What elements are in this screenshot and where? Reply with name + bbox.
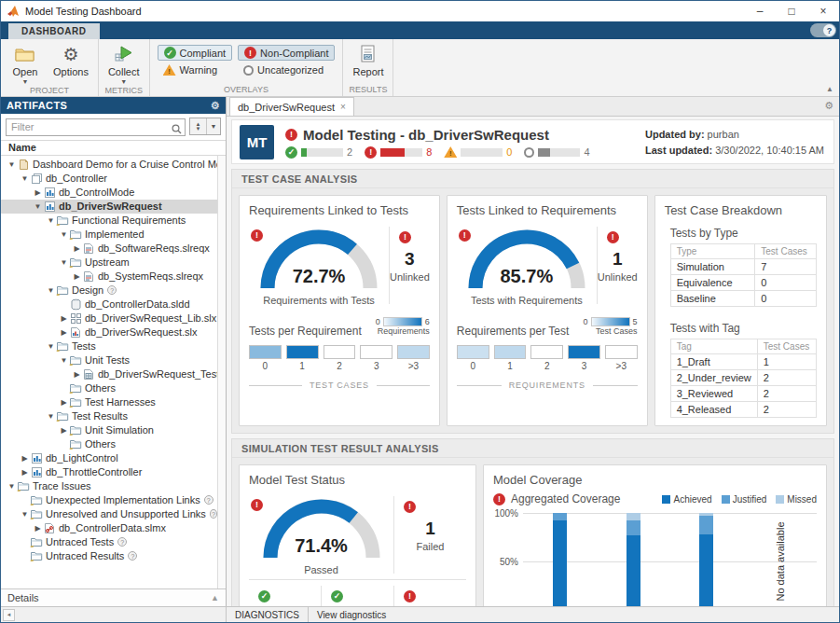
tree-collapsed-icon[interactable]: ▶ <box>72 244 82 253</box>
collapse-ribbon-icon[interactable]: ▲ <box>826 85 833 93</box>
report-button[interactable]: Report <box>347 41 389 77</box>
help-badge-icon[interactable]: ? <box>204 495 213 505</box>
options-button[interactable]: ⚙ Options <box>48 41 94 77</box>
table-row[interactable]: Simulation7 <box>670 259 816 275</box>
tree-expanded-icon[interactable]: ▼ <box>46 342 56 351</box>
tree-row[interactable]: ▶db_DriverSwRequest_Lib.slx <box>1 312 217 325</box>
tree-row[interactable]: ▼Tests <box>1 339 217 353</box>
tree-row[interactable]: ▶db_DriverSwRequest_Tests.mldatx <box>1 367 217 381</box>
tree-row[interactable]: ▶db_ControllerData.slmx <box>1 521 217 535</box>
tree-row[interactable]: ▶db_ControlMode <box>1 186 217 200</box>
tree-row[interactable]: ▼Unresolved and Unsupported Links? <box>1 507 217 521</box>
coverage-column-mcdc[interactable]: No data available <box>743 513 817 606</box>
stat-disabled[interactable]: !1Disabled <box>394 584 466 606</box>
tree-expanded-icon[interactable]: ▼ <box>46 286 56 295</box>
tree-expanded-icon[interactable]: ▼ <box>7 482 17 491</box>
table-row[interactable]: Baseline0 <box>670 291 816 307</box>
tree-row[interactable]: ▼Dashboard Demo for a Cruise Control Mod… <box>1 158 217 172</box>
coverage-column-execution[interactable] <box>523 513 597 606</box>
collect-button[interactable]: Collect ▼ <box>103 41 145 85</box>
uncategorized-toggle[interactable]: Uncategorized <box>238 63 335 76</box>
tests-gauge[interactable]: 85.7%Tests with Requirements! <box>457 225 597 306</box>
stat-untested[interactable]: ✓0Untested <box>322 584 393 606</box>
details-bar[interactable]: Details ▲ <box>1 588 226 606</box>
heatstrip-cell[interactable] <box>568 345 600 359</box>
tree-row[interactable]: ▼Upstream <box>1 256 217 270</box>
panel-gear-icon[interactable]: ⚙ <box>211 100 220 112</box>
table-header[interactable]: Test Cases <box>755 244 817 259</box>
tree-expanded-icon[interactable]: ▼ <box>46 412 56 421</box>
heatstrip-cell[interactable] <box>286 345 319 359</box>
tree-row[interactable]: ▼Test Results <box>1 409 217 423</box>
table-row[interactable]: Equivalence0 <box>670 275 816 291</box>
tree-row[interactable]: ▼Design? <box>1 284 217 298</box>
heatstrip-cell[interactable] <box>530 345 563 359</box>
tests-per-requirement-strip[interactable]: 0123>3 <box>249 345 430 371</box>
tree-row[interactable]: ▶db_ThrottleController <box>1 465 217 479</box>
tree-row[interactable]: ▶db_DriverSwRequest.slx <box>1 325 217 339</box>
tree-row[interactable]: ▼Implemented <box>1 228 217 242</box>
tree-row[interactable]: ▶Unit Simulation <box>1 423 217 437</box>
stat-inconclusive[interactable]: ✓0Inconclusive <box>249 584 321 606</box>
heatstrip-cell[interactable] <box>605 345 638 359</box>
scroll-left-icon[interactable]: ◂ <box>3 609 15 621</box>
tree-collapsed-icon[interactable]: ▶ <box>72 272 82 281</box>
tree-row[interactable]: ▼db_Controller <box>1 172 217 186</box>
tree-collapsed-icon[interactable]: ▶ <box>33 188 43 197</box>
tree-expanded-icon[interactable]: ▼ <box>46 216 56 225</box>
tab-db-driverswrequest[interactable]: db_DriverSwRequest × <box>229 97 354 116</box>
tree-row[interactable]: Others <box>1 381 217 395</box>
view-diagnostics-link[interactable]: View diagnostics <box>309 607 394 622</box>
unlinked-stat[interactable]: !3Unlinked <box>390 225 430 306</box>
table-header[interactable]: Test Cases <box>757 339 816 354</box>
tree-row[interactable]: ▼Unit Tests <box>1 353 217 367</box>
tree-row[interactable]: ▶Test Harnesses <box>1 395 217 409</box>
tree-collapsed-icon[interactable]: ▶ <box>59 426 69 435</box>
requirements-gauge[interactable]: 72.7%Requirements with Tests! <box>249 225 389 306</box>
tree-row[interactable]: Untraced Results? <box>1 549 217 563</box>
tree-collapsed-icon[interactable]: ▶ <box>20 468 30 477</box>
tree-expanded-icon[interactable]: ▼ <box>20 510 30 519</box>
heatstrip-cell[interactable] <box>397 345 430 359</box>
tree-column-header[interactable]: Name <box>1 140 226 156</box>
tree-row[interactable]: db_ControllerData.sldd <box>1 298 217 312</box>
table-header[interactable]: Tag <box>670 339 757 354</box>
close-button[interactable]: × <box>807 1 839 21</box>
tree-expanded-icon[interactable]: ▼ <box>59 230 69 239</box>
heatstrip-cell[interactable] <box>457 345 489 359</box>
heatstrip-cell[interactable] <box>249 345 282 359</box>
failed-stat[interactable]: !1Failed <box>394 494 466 575</box>
table-header[interactable]: Type <box>670 244 755 259</box>
tree-collapsed-icon[interactable]: ▶ <box>33 524 43 533</box>
tree-row[interactable]: ▼Functional Requirements <box>1 214 217 228</box>
tree-row[interactable]: ▼Trace Issues <box>1 479 217 493</box>
tree-row[interactable]: ▶db_SystemReqs.slreqx <box>1 270 217 284</box>
tree-collapsed-icon[interactable]: ▶ <box>20 454 30 463</box>
filter-input[interactable] <box>6 118 186 136</box>
tree-row[interactable]: Others <box>1 437 217 451</box>
table-row[interactable]: 2_Under_review2 <box>670 370 816 386</box>
tree-expanded-icon[interactable]: ▼ <box>59 356 69 365</box>
minimize-button[interactable]: – <box>744 1 776 21</box>
tree-expanded-icon[interactable]: ▼ <box>7 160 17 169</box>
tree-expanded-icon[interactable]: ▼ <box>33 202 43 211</box>
table-row[interactable]: 1_Draft1 <box>670 354 816 370</box>
tab-close-icon[interactable]: × <box>340 102 346 112</box>
tree-row[interactable]: Unexpected Implementation Links? <box>1 493 217 507</box>
tab-dashboard[interactable]: DASHBOARD <box>8 23 100 39</box>
tab-bar-gear-icon[interactable]: ⚙ <box>824 100 833 112</box>
tests-by-type-table[interactable]: TypeTest CasesSimulation7Equivalence0Bas… <box>670 243 817 307</box>
coverage-column-condition[interactable] <box>670 513 744 606</box>
tree-row[interactable]: ▶db_LightControl <box>1 451 217 465</box>
coverage-chart[interactable]: 100%50%0%No data availableExecutionDecis… <box>493 513 817 606</box>
tests-with-tag-table[interactable]: TagTest Cases1_Draft12_Under_review23_Re… <box>670 339 817 418</box>
table-row[interactable]: 4_Released2 <box>670 402 816 418</box>
non-compliant-toggle[interactable]: ! Non-Compliant <box>238 45 335 61</box>
warning-toggle[interactable]: ! Warning <box>158 63 233 76</box>
tree-row[interactable]: Untraced Tests? <box>1 535 217 549</box>
tree-expanded-icon[interactable]: ▼ <box>20 174 30 183</box>
tree-row[interactable]: ▼db_DriverSwRequest <box>1 200 217 214</box>
tree-scrollbar[interactable] <box>217 156 226 589</box>
maximize-button[interactable]: □ <box>776 1 807 21</box>
tree-expanded-icon[interactable]: ▼ <box>59 258 69 267</box>
